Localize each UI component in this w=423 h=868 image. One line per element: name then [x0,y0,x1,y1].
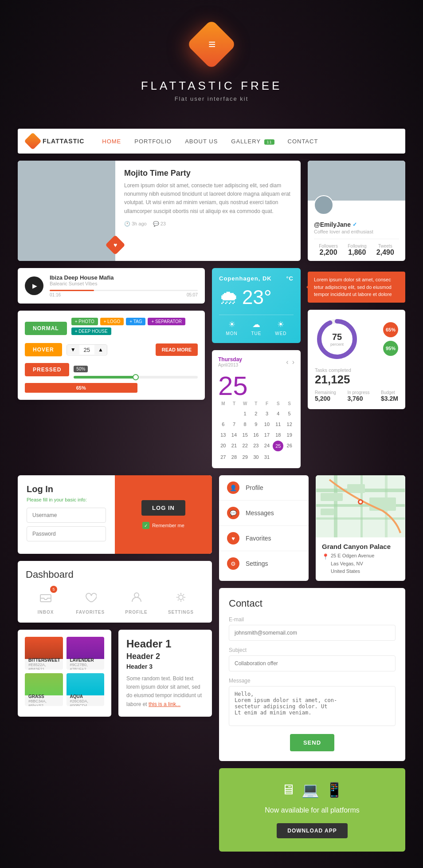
twitter-bio: Coffee lover and enthusiast [314,229,399,234]
cal-day[interactable]: 27 [218,452,228,462]
download-app-button[interactable]: DOWNLOAD APP [277,823,348,838]
login-button[interactable]: LOG IN [141,500,185,516]
dash-profile[interactable]: PROFILE [125,588,147,615]
small-donut-2: 95% [383,341,398,356]
slider-thumb[interactable] [133,374,139,380]
cal-day[interactable]: 17 [262,430,272,440]
nav-contact-link[interactable]: CONTACT [288,138,318,145]
cal-next-btn[interactable]: › [292,358,294,366]
remember-checkbox[interactable]: ✓ [142,522,149,529]
cal-day[interactable]: 22 [240,441,250,451]
nav-gallery[interactable]: GALLERY 11 [231,137,274,145]
progress-bar[interactable] [50,290,198,291]
map-info: Grand Canyon Palace 📍 25 E Odgen Avenue … [316,537,405,581]
color-aqua: AQUA#26C6DA, #00BCD4 [67,673,105,706]
tag-logo[interactable]: + LOGO [100,318,124,325]
cal-day[interactable]: 15 [240,430,250,440]
btn-pressed-row: PRESSED 50% [25,361,198,379]
cal-day[interactable]: 30 [251,452,261,462]
cal-day[interactable]: 31 [262,452,272,462]
btn-pressed[interactable]: PRESSED [25,363,69,376]
cal-day[interactable]: 3 [262,409,272,418]
cal-header: Thursday April/2013 ‹ › [218,356,294,367]
cal-date-big: 25 [218,373,294,399]
menu-profile[interactable]: 👤 Profile [219,475,309,501]
cal-day[interactable]: 13 [218,430,228,440]
cal-header-m: M [218,399,228,408]
cal-day[interactable]: 14 [229,430,239,440]
slider-track[interactable] [74,376,198,379]
cal-day[interactable]: 11 [273,419,283,429]
btn-normal[interactable]: NORMAL [25,322,67,335]
cal-day[interactable]: 4 [273,409,283,418]
grass-swatch [25,673,63,695]
btn-hover[interactable]: HOVER [25,343,62,356]
nav-about-link[interactable]: ABOUT US [185,138,218,145]
tag-tag[interactable]: + TAG [126,318,145,325]
login-left: Log In Please fill in your basic info: [18,475,115,554]
menu-settings[interactable]: ⚙ Settings [219,551,309,576]
cal-header-s: S [273,399,283,408]
message-textarea[interactable]: Hello, Lorem ipsum dolor sit amet, con- … [229,686,396,726]
inbox-badge: 5 [50,586,57,593]
nav-portfolio[interactable]: PORTFOLIO [134,137,172,145]
dash-settings-wrap [171,588,191,607]
stepper-input[interactable]: ▼ 25 ▲ [67,344,107,355]
dash-inbox-wrap: 5 [36,588,55,607]
cal-day[interactable]: 16 [251,430,261,440]
cal-day-today[interactable]: 25 [273,441,283,451]
cal-day[interactable]: 12 [284,419,294,429]
typo-link[interactable]: this is a link... [149,701,180,707]
app-logo: ≡ [186,19,236,69]
cal-day[interactable]: 18 [273,430,283,440]
stepper-down[interactable]: ▼ [67,345,79,355]
nav-about[interactable]: ABOUT US [185,137,218,145]
cal-day[interactable]: 24 [262,441,272,451]
cal-day[interactable]: 28 [229,452,239,462]
tag-photo[interactable]: + PHOTO [71,318,98,325]
btn-read-more[interactable]: READ MORE [156,343,198,356]
cal-month-label: Thursday [218,356,242,363]
cal-day[interactable]: 2 [251,409,261,418]
cal-prev-btn[interactable]: ‹ [286,358,288,366]
cal-day[interactable]: 19 [284,430,294,440]
twitter-name: @EmilyJane ✓ [314,221,399,228]
menu-messages[interactable]: 💬 Messages [219,501,309,526]
cal-day[interactable]: 8 [240,419,250,429]
cal-day[interactable]: 23 [251,441,261,451]
nav-gallery-link[interactable]: GALLERY 11 [231,138,274,145]
dash-settings[interactable]: SETTINGS [168,588,194,615]
tag-deephouse[interactable]: + DEEP HOUSE [71,327,111,335]
password-input[interactable] [27,526,106,541]
cal-day[interactable]: 5 [284,409,294,418]
cal-day[interactable]: 20 [218,441,228,451]
nav-portfolio-link[interactable]: PORTFOLIO [134,138,172,145]
nav-home[interactable]: HOME [102,137,121,145]
subject-input[interactable] [229,655,396,671]
username-input[interactable] [27,508,106,523]
map-place: Grand Canyon Palace [322,543,399,550]
nav-contact[interactable]: CONTACT [288,137,318,145]
platform-text: Now available for all platforms [228,805,396,815]
send-button[interactable]: SEND [290,734,334,751]
nav-home-link[interactable]: HOME [102,138,121,145]
cal-day[interactable]: 1 [240,409,250,418]
play-button[interactable] [25,276,43,295]
email-input[interactable] [229,625,396,641]
buttons-card: NORMAL + PHOTO + LOGO + TAG + SEPARATOR … [18,311,205,400]
profile-menu-icon: 👤 [227,481,239,494]
cal-day[interactable]: 10 [262,419,272,429]
cal-day[interactable]: 7 [229,419,239,429]
stepper-up[interactable]: ▲ [94,345,107,355]
cal-day[interactable]: 6 [218,419,228,429]
progress-fill [50,290,94,291]
tag-separator[interactable]: + SEPARATOR [148,318,185,325]
cal-day[interactable]: 29 [240,452,250,462]
dash-favorites[interactable]: FAVORITES [76,588,105,615]
cal-day[interactable]: 21 [229,441,239,451]
cal-day[interactable]: 9 [251,419,261,429]
menu-favorites[interactable]: ♥ Favorites [219,526,309,551]
dash-inbox[interactable]: 5 INBOX [36,588,55,615]
tweets-label: Tweets [376,244,394,249]
cal-day[interactable]: 26 [284,441,294,451]
